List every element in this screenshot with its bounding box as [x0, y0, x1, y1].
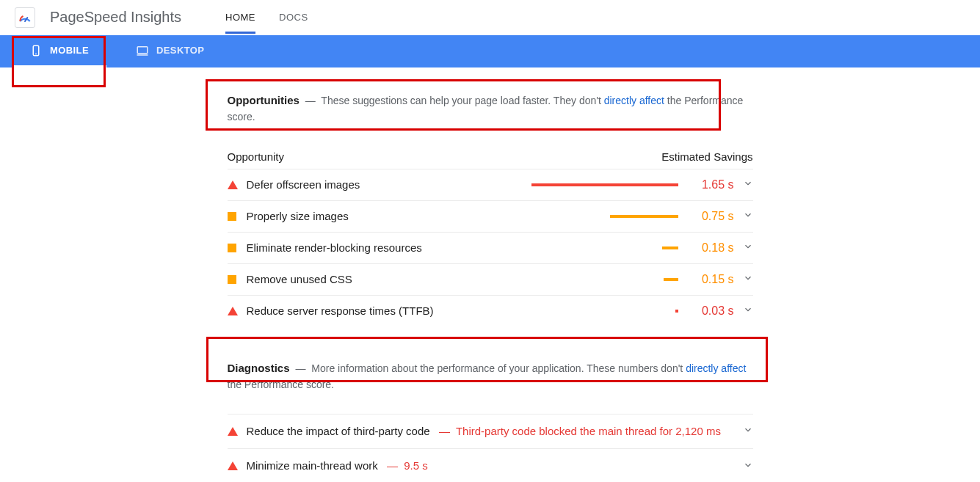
device-tab-desktop[interactable]: DESKTOP: [118, 35, 222, 67]
brand-title: PageSpeed Insights: [50, 9, 181, 26]
diagnostic-row[interactable]: Reduce the impact of third-party code — …: [228, 414, 753, 449]
opportunities-list: Defer offscreen images1.65 sProperly siz…: [228, 169, 753, 326]
opportunity-label: Eliminate render-blocking resources: [247, 241, 531, 254]
savings-value: 0.03 s: [690, 304, 734, 318]
svg-rect-3: [137, 46, 148, 53]
chevron-down-icon: [743, 178, 753, 191]
square-orange-icon: [228, 244, 236, 252]
savings-bar: [531, 215, 678, 218]
diagnostics-title: Diagnostics: [228, 362, 290, 374]
diagnostic-label: Minimize main-thread work — 9.5 s: [247, 458, 734, 475]
triangle-red-icon: [228, 307, 238, 315]
square-orange-icon: [228, 212, 236, 221]
diagnostic-label: Reduce the impact of third-party code — …: [247, 423, 734, 440]
tab-home[interactable]: HOME: [225, 1, 255, 34]
directly-affect-link[interactable]: directly affect: [604, 95, 664, 106]
savings-bar: [531, 247, 678, 249]
top-bar: PageSpeed Insights HOME DOCS: [0, 0, 980, 35]
triangle-red-icon: [228, 427, 238, 436]
square-orange-icon: [228, 275, 236, 284]
tab-docs[interactable]: DOCS: [279, 1, 308, 34]
chevron-down-icon: [743, 241, 753, 254]
opportunity-row[interactable]: Eliminate render-blocking resources0.18 …: [228, 232, 753, 263]
device-tab-bar: MOBILE DESKTOP: [0, 35, 980, 67]
savings-bar: [531, 183, 678, 186]
chevron-down-icon: [743, 304, 753, 317]
col-opportunity: Opportunity: [228, 150, 285, 163]
opportunity-row[interactable]: Defer offscreen images1.65 s: [228, 169, 753, 200]
chevron-down-icon: [743, 210, 753, 222]
diagnostics-description: — More information about the performance…: [228, 362, 747, 390]
chevron-down-icon: [743, 425, 753, 437]
opportunity-label: Remove unused CSS: [247, 273, 531, 285]
main-content: Opportunities — These suggestions can he…: [228, 90, 753, 482]
device-tab-mobile-label: MOBILE: [50, 45, 89, 56]
diagnostic-detail: 9.5 s: [404, 459, 428, 472]
opportunities-header: Opportunities — These suggestions can he…: [228, 90, 753, 133]
chevron-down-icon: [743, 460, 753, 472]
opportunities-title: Opportunities: [228, 94, 300, 106]
opportunity-row[interactable]: Properly size images0.75 s: [228, 200, 753, 232]
savings-bar: [531, 310, 678, 313]
opportunity-row[interactable]: Reduce server response times (TTFB)0.03 …: [228, 295, 753, 326]
top-nav: HOME DOCS: [225, 1, 308, 34]
pagespeed-logo-icon: [15, 7, 35, 28]
savings-value: 0.75 s: [690, 210, 734, 223]
diagnostics-list: Reduce the impact of third-party code — …: [228, 414, 753, 482]
triangle-red-icon: [228, 461, 238, 470]
opportunity-label: Defer offscreen images: [247, 178, 531, 191]
opportunity-label: Reduce server response times (TTFB): [247, 304, 531, 317]
opportunity-column-headers: Opportunity Estimated Savings: [228, 150, 753, 169]
desktop-icon: [136, 44, 149, 57]
opportunity-label: Properly size images: [247, 210, 531, 222]
diagnostic-row[interactable]: Minimize main-thread work — 9.5 s: [228, 448, 753, 482]
diagnostic-detail: Third-party code blocked the main thread…: [456, 425, 721, 437]
opportunities-description: — These suggestions can help your page l…: [228, 95, 744, 123]
savings-value: 1.65 s: [690, 178, 734, 191]
diagnostics-header: Diagnostics — More information about the…: [228, 357, 753, 401]
device-tab-desktop-label: DESKTOP: [156, 45, 204, 56]
savings-value: 0.15 s: [690, 273, 734, 286]
opportunity-row[interactable]: Remove unused CSS0.15 s: [228, 263, 753, 295]
device-tab-mobile[interactable]: MOBILE: [12, 35, 106, 67]
savings-value: 0.18 s: [690, 241, 734, 255]
col-estimated-savings: Estimated Savings: [661, 150, 752, 163]
mobile-icon: [29, 44, 43, 57]
triangle-red-icon: [228, 180, 238, 189]
chevron-down-icon: [743, 273, 753, 285]
savings-bar: [531, 278, 678, 281]
directly-affect-link-2[interactable]: directly affect: [686, 362, 746, 374]
